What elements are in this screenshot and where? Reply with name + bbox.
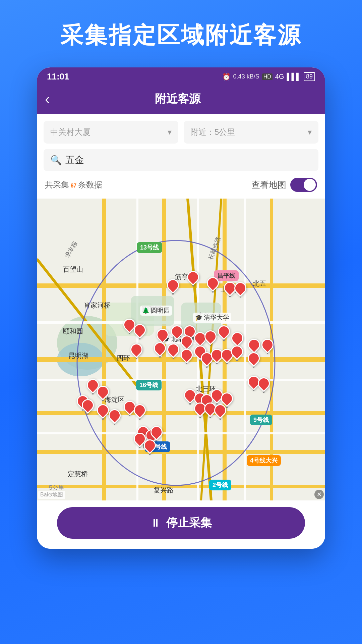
nearby-filter-arrow: ▾	[308, 127, 312, 137]
map-pin	[154, 342, 166, 357]
search-icon: 🔍	[50, 155, 62, 166]
map-pin	[167, 343, 179, 358]
poi-yuanmingyuan: 🌲圆明园	[140, 306, 172, 316]
map-pin	[181, 349, 193, 364]
map-pin	[261, 339, 274, 354]
baidu-watermark: Bai⊙地图	[38, 491, 65, 499]
map-label-sihuan: 四环	[117, 354, 130, 363]
back-button[interactable]: ‹	[45, 91, 55, 107]
status-bar: 11:01 ⏰ 0.43 kB/S HD 4G ▌▌▌ 89	[37, 67, 325, 85]
phone-frame: 11:01 ⏰ 0.43 kB/S HD 4G ▌▌▌ 89 ‹ 附近客源 中关…	[37, 67, 325, 549]
map-pin	[214, 404, 226, 419]
map-label-fuxinglu: 复兴路	[154, 486, 174, 495]
location-filter-arrow: ▾	[168, 127, 172, 137]
hero-title: 采集指定区域附近客源	[0, 0, 362, 67]
map-pin	[248, 352, 260, 367]
map-pin	[97, 404, 109, 419]
map-pin	[82, 399, 94, 414]
map-pin	[157, 329, 169, 343]
controls-area: 中关村大厦 ▾ 附近：5公里 ▾ 🔍 五金 共采集 67 条数据	[37, 114, 325, 199]
hd-label: HD	[262, 73, 273, 80]
stats-row: 共采集 67 条数据 查看地图	[44, 176, 318, 195]
map-pin	[207, 277, 219, 292]
map-pin	[234, 282, 246, 297]
nearby-filter[interactable]: 附近：5公里 ▾	[184, 121, 318, 144]
filter-row: 中关村大厦 ▾ 附近：5公里 ▾	[44, 121, 318, 144]
badge-line4daxing: 4号线大兴	[247, 455, 281, 466]
location-filter[interactable]: 中关村大厦 ▾	[44, 121, 178, 144]
map-pin	[144, 439, 156, 454]
badge-line16: 16号线	[136, 380, 162, 390]
alarm-icon: ⏰	[222, 73, 231, 81]
badge-line13: 13号线	[137, 242, 162, 253]
toggle-knob	[304, 179, 316, 191]
map-pin	[134, 404, 146, 419]
map-pin	[204, 330, 217, 345]
poi-qinghua: 🎓清华大学	[193, 313, 231, 323]
map-toggle-label: 查看地图	[251, 179, 286, 191]
map-label-kunming: 昆明湖	[68, 351, 88, 360]
status-icons: ⏰ 0.43 kB/S HD 4G ▌▌▌ 89	[222, 72, 315, 81]
stats-prefix: 共采集	[45, 180, 69, 189]
nav-bar: ‹ 附近客源	[37, 85, 325, 114]
signal-label: 4G	[275, 73, 284, 80]
map-label-yiheyuan: 颐和园	[63, 327, 83, 336]
page-background: 采集指定区域附近客源 11:01 ⏰ 0.43 kB/S HD 4G ▌▌▌ 8…	[0, 0, 362, 644]
map-view-toggle[interactable]	[290, 178, 317, 192]
battery-icon: 89	[304, 72, 315, 81]
signal-bars-icon: ▌▌▌	[287, 73, 301, 80]
status-time: 11:01	[47, 71, 69, 82]
map-pin	[109, 409, 121, 424]
map-pin	[134, 324, 146, 339]
map-pin	[181, 335, 193, 350]
map-close-icon[interactable]: ✕	[314, 490, 324, 499]
badge-line9: 9号线	[250, 415, 272, 425]
map-pin	[97, 386, 109, 400]
map-label-xiaojia: 肖家河桥	[84, 301, 111, 310]
map-pin	[231, 332, 243, 347]
nav-title: 附近客源	[55, 91, 300, 107]
location-filter-label: 中关村大厦	[50, 127, 90, 138]
map-pin	[231, 345, 243, 360]
map-pin	[258, 377, 270, 392]
network-speed: 0.43 kB/S	[233, 73, 259, 80]
map-pin	[187, 271, 199, 286]
map-pin	[248, 339, 260, 354]
stats-count: 67	[70, 183, 76, 189]
stats-text: 共采集 67 条数据	[45, 179, 102, 190]
badge-line2: 2号线	[209, 480, 231, 490]
map-pin	[150, 426, 163, 441]
map-label-baiwangshan: 百望山	[63, 265, 83, 274]
stats-suffix: 条数据	[78, 180, 102, 189]
map-pin	[130, 343, 142, 358]
stop-button-area: ⏸ 停止采集	[37, 500, 325, 549]
map-area[interactable]: 百望山 肖家河桥 颐和园 昆明湖 四环 海淀区 上清桥 北五 筋亭桥 圆明园 清…	[37, 199, 325, 500]
nearby-filter-label: 附近：5公里	[190, 127, 235, 138]
stop-collect-button[interactable]: ⏸ 停止采集	[57, 507, 305, 539]
stop-button-label: 停止采集	[166, 515, 212, 531]
search-input[interactable]: 五金	[65, 154, 84, 166]
map-pin	[218, 325, 230, 340]
search-row[interactable]: 🔍 五金	[44, 149, 318, 171]
map-label-dinghuiqiao: 定慧桥	[68, 470, 88, 479]
map-label-beiwu: 北五	[253, 279, 266, 288]
map-toggle-area: 查看地图	[251, 178, 317, 192]
map-pin	[167, 279, 179, 294]
pause-icon: ⏸	[150, 517, 161, 529]
